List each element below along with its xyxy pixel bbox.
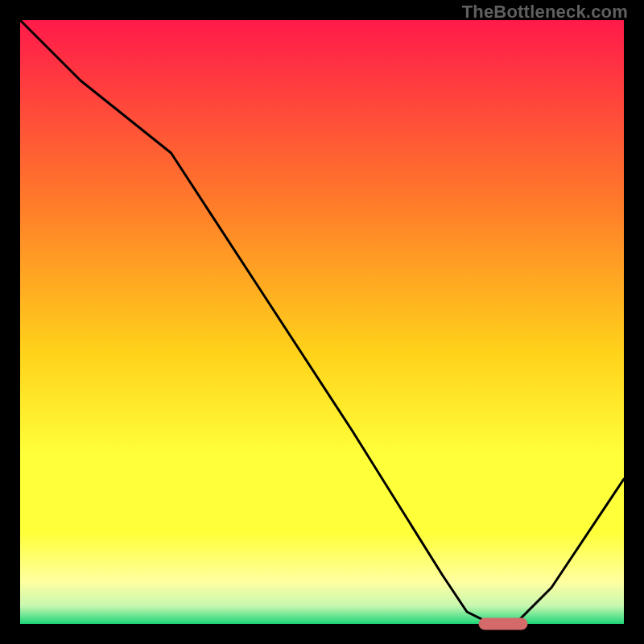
chart-container: { "watermark": "TheBottleneck.com", "col… <box>0 0 644 644</box>
bottleneck-chart <box>0 0 644 644</box>
optimal-range-marker <box>479 618 527 630</box>
plot-background <box>20 20 624 624</box>
